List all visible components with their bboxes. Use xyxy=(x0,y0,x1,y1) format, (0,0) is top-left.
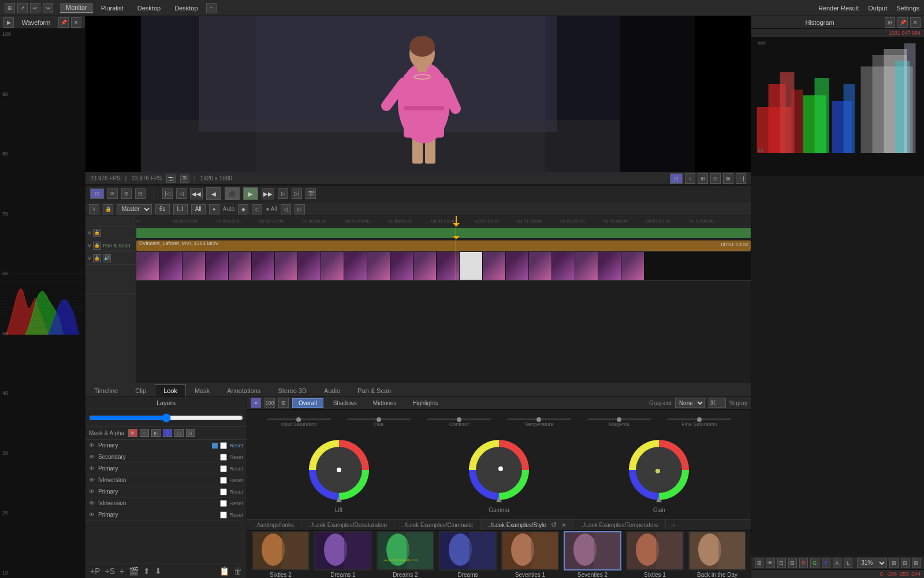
histogram-close-icon[interactable]: ✕ xyxy=(910,17,921,28)
layer-check-3[interactable] xyxy=(220,477,227,484)
hist-tool-g[interactable]: G xyxy=(810,558,819,568)
diamond-btn-2[interactable]: ◇ xyxy=(252,204,262,214)
all-btn[interactable]: All xyxy=(191,204,206,214)
diamond-btn[interactable]: ◆ xyxy=(238,204,248,214)
hist-tool-2[interactable]: 👁 xyxy=(766,558,774,568)
tab-midtones[interactable]: Midtones xyxy=(367,398,403,408)
output-link[interactable]: Output xyxy=(868,5,887,12)
view-rect-btn[interactable]: ⊡ xyxy=(90,188,104,199)
mask-icon-4[interactable]: ▽ xyxy=(163,429,172,437)
slider-thumb-3[interactable] xyxy=(457,417,461,422)
menu-tab-pluralist[interactable]: Pluralist xyxy=(95,3,129,13)
grayout-select[interactable]: None Luma Sat xyxy=(675,398,705,408)
waveform-play-icon[interactable]: ▶ xyxy=(3,17,14,28)
view-mode-btn-5[interactable]: ⊠ xyxy=(723,173,733,184)
hist-tool-b[interactable]: B xyxy=(822,558,830,568)
tab-clip[interactable]: Clip xyxy=(126,384,155,397)
view-mode-btn-4[interactable]: ⊟ xyxy=(710,173,721,184)
look-tab-add-btn[interactable]: + xyxy=(666,519,680,531)
track2-lock[interactable]: 🔒 xyxy=(93,242,101,250)
look-tab-refresh[interactable]: ↺ xyxy=(549,521,559,529)
slider-thumb-1[interactable] xyxy=(296,417,301,422)
lift-to-start-btn[interactable]: |◁ xyxy=(162,188,173,199)
auto-icon[interactable]: ● xyxy=(209,204,219,214)
master-dropdown[interactable]: Master xyxy=(117,204,152,214)
nav-right-btn[interactable]: ▷ xyxy=(295,204,305,214)
thumb-card-dreams2[interactable]: www.fullcrackindir.com Dreams 2 xyxy=(377,531,434,578)
menu-tab-monitor[interactable]: Monitor xyxy=(60,3,93,13)
look-tab-2[interactable]: ../Look Examples/Cinematic xyxy=(394,520,480,530)
track1-lock[interactable]: 🔒 xyxy=(93,229,101,237)
thumb-card-back-in-day[interactable]: Back in the Day xyxy=(688,531,746,578)
menu-tab-desktop2[interactable]: Desktop xyxy=(169,3,203,13)
thumb-card-sixties2[interactable]: Sixties 2 xyxy=(252,531,310,578)
track-type-icon[interactable]: V xyxy=(89,204,99,214)
thumb-card-seventies2[interactable]: Seventies 2 xyxy=(564,531,621,578)
slider-thumb-5[interactable] xyxy=(617,417,621,422)
hist-zoom-select[interactable]: 31% 50% 100% xyxy=(857,558,887,568)
hist-tool-r[interactable]: R xyxy=(799,558,808,568)
tab-highlights[interactable]: Highlights xyxy=(406,398,444,408)
copy-layer-btn[interactable]: 📋 xyxy=(218,566,230,576)
export-btn[interactable]: 🎬 xyxy=(305,188,316,199)
layer-check-6[interactable] xyxy=(220,512,227,518)
waveform-pin-icon[interactable]: 📌 xyxy=(58,17,69,28)
thumb-card-seventies1[interactable]: Seventies 1 xyxy=(501,531,559,578)
lock-icon[interactable]: 🔒 xyxy=(103,204,113,214)
layer-opacity-slider[interactable] xyxy=(89,413,243,423)
mask-icon-6[interactable]: ⊡ xyxy=(186,429,195,437)
layer-check-4[interactable] xyxy=(220,488,227,495)
layer-eye-2[interactable]: 👁 xyxy=(89,465,96,472)
add-tab-button[interactable]: + xyxy=(206,3,217,13)
track3-lock[interactable]: 🔒 xyxy=(93,254,101,262)
tool-icon-4[interactable]: ↪ xyxy=(43,3,53,13)
tab-annotations[interactable]: Annotations xyxy=(218,384,269,397)
orange-clip[interactable]: ©Vincent_Laforet_MVI_1383.MOV 00:51:13:0… xyxy=(136,240,751,251)
stop-btn[interactable]: ⬛ xyxy=(225,187,240,200)
layer-eye-5[interactable]: 👁 xyxy=(89,500,96,507)
lift-to-end-btn[interactable]: ▷| xyxy=(292,188,302,199)
play-forward-btn[interactable]: ▶▶ xyxy=(262,188,274,199)
hist-tool-a[interactable]: A xyxy=(833,558,841,568)
waveform-close-icon[interactable]: ✕ xyxy=(71,17,81,28)
play-reverse-btn[interactable]: ◀ xyxy=(206,187,221,200)
tab-pan-scan[interactable]: Pan & Scan xyxy=(349,384,400,397)
hist-tool-3[interactable]: ⊡ xyxy=(777,558,786,568)
color-mode-circle[interactable]: ● xyxy=(251,398,261,408)
rate-btn[interactable]: 6s xyxy=(155,204,170,214)
layer-reset-6[interactable]: Reset xyxy=(229,512,243,518)
tool-icon-3[interactable]: ↩ xyxy=(30,3,40,13)
mask-icon-1[interactable]: ✱ xyxy=(128,429,137,437)
look-tab-4[interactable]: ../Look Examples/Temperature xyxy=(573,520,666,530)
layer-reset-2[interactable]: Reset xyxy=(229,466,243,472)
layer-reset-0[interactable]: Reset xyxy=(229,443,243,449)
layer-check-0[interactable] xyxy=(220,442,227,449)
menu-tab-desktop1[interactable]: Desktop xyxy=(132,3,166,13)
look-tab-1[interactable]: ../Look Examples/Desaturation xyxy=(301,520,394,530)
settings-link[interactable]: Settings xyxy=(896,5,919,12)
mark-out-btn[interactable]: ▷ xyxy=(278,188,288,199)
layer-check-5[interactable] xyxy=(220,500,227,507)
hist-tool-l[interactable]: L xyxy=(844,558,852,568)
fps-icon-1[interactable]: 📷 xyxy=(166,175,176,183)
tab-audio[interactable]: Audio xyxy=(315,384,349,397)
tool-icon-2[interactable]: ↗ xyxy=(17,3,28,13)
histogram-pin-icon[interactable]: 📌 xyxy=(897,17,908,28)
multi-btn[interactable]: ⊞ xyxy=(121,188,132,199)
view-mode-btn-6[interactable]: →| xyxy=(736,173,746,184)
hist-grid-icon[interactable]: ⊞ xyxy=(912,558,921,568)
layer-reset-4[interactable]: Reset xyxy=(229,489,243,495)
layer-eye-1[interactable]: 👁 xyxy=(89,454,96,461)
tool-icon-1[interactable]: ⊞ xyxy=(5,3,15,13)
slider-thumb-4[interactable] xyxy=(536,417,541,422)
wheel-gamma-svg[interactable] xyxy=(464,435,534,505)
tab-shadows[interactable]: Shadows xyxy=(327,398,363,408)
hist-tool-1[interactable]: ⊞ xyxy=(755,558,763,568)
rate-bars-btn[interactable]: I..I xyxy=(173,204,188,214)
layer-check-1[interactable] xyxy=(220,454,227,461)
histogram-expand-icon[interactable]: ⊞ xyxy=(885,17,895,28)
layer-check-2[interactable] xyxy=(220,465,227,472)
wheel-gain-svg[interactable] xyxy=(624,435,694,505)
add-layer-btn[interactable]: +P xyxy=(89,566,102,576)
mask-icon-3[interactable]: ◐ xyxy=(151,429,161,437)
